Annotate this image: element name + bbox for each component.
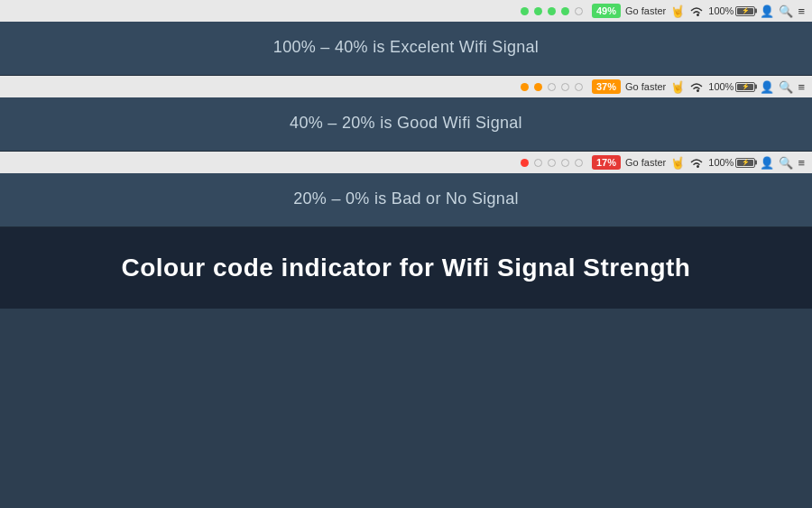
signal-dot [561, 159, 569, 167]
battery-display: 100% ⚡ [708, 81, 755, 92]
hand-icon: 🤘 [670, 156, 685, 170]
list-icon: ≡ [798, 5, 805, 18]
user-icon: 👤 [760, 156, 774, 170]
section-description: 100% – 40% is Excelent Wifi Signal [273, 38, 539, 56]
menu-bar: 49% Go faster 🤘 100% ⚡ 👤 🔍 ≡ [0, 0, 812, 22]
badge-value: 37% [596, 81, 616, 92]
list-icon: ≡ [798, 156, 805, 170]
badge-value: 49% [596, 5, 616, 16]
search-icon: 🔍 [779, 80, 793, 94]
signal-dot [548, 83, 556, 91]
battery-percent: 100% [708, 157, 734, 168]
dots-container [521, 7, 586, 15]
speed-badge[interactable]: 37% [592, 79, 621, 94]
search-icon: 🔍 [779, 156, 793, 170]
menu-bar: 37% Go faster 🤘 100% ⚡ 👤 🔍 ≡ [0, 76, 812, 97]
go-faster-label: Go faster [625, 5, 666, 16]
go-faster-label: Go faster [625, 81, 666, 92]
battery-percent: 100% [708, 81, 734, 92]
menu-bar: 17% Go faster 🤘 100% ⚡ 👤 🔍 ≡ [0, 152, 812, 173]
battery-icon: ⚡ [735, 158, 755, 168]
signal-dot [575, 83, 583, 91]
dots-container [521, 159, 586, 167]
footer-title: Colour code indicator for Wifi Signal St… [122, 254, 691, 282]
hand-icon: 🤘 [670, 80, 685, 94]
battery-display: 100% ⚡ [708, 5, 755, 16]
wifi-icon [689, 157, 704, 169]
section-content: 100% – 40% is Excelent Wifi Signal [0, 22, 812, 75]
signal-dot [575, 159, 583, 167]
battery-icon: ⚡ [735, 6, 755, 16]
signal-dot [561, 83, 569, 91]
wifi-section-1: 49% Go faster 🤘 100% ⚡ 👤 🔍 ≡ 100% – 40% … [0, 0, 812, 76]
battery-icon: ⚡ [735, 82, 755, 92]
section-description: 40% – 20% is Good Wifi Signal [290, 114, 522, 132]
section-content: 20% – 0% is Bad or No Signal [0, 173, 812, 226]
user-icon: 👤 [760, 80, 774, 94]
wifi-icon [689, 5, 704, 17]
wifi-section-2: 37% Go faster 🤘 100% ⚡ 👤 🔍 ≡ 40% – 20% i… [0, 76, 812, 152]
signal-dot [534, 7, 542, 15]
list-icon: ≡ [798, 80, 805, 94]
signal-dot [548, 159, 556, 167]
speed-badge[interactable]: 17% [592, 155, 621, 170]
signal-dot [548, 7, 556, 15]
signal-dot [521, 159, 529, 167]
user-icon: 👤 [760, 5, 774, 18]
signal-dot [575, 7, 583, 15]
footer: Colour code indicator for Wifi Signal St… [0, 227, 812, 309]
app-container: 49% Go faster 🤘 100% ⚡ 👤 🔍 ≡ 100% – 40% … [0, 0, 812, 309]
speed-badge[interactable]: 49% [592, 4, 621, 18]
signal-dot [534, 83, 542, 91]
signal-dot [534, 159, 542, 167]
signal-dot [561, 7, 569, 15]
search-icon: 🔍 [779, 5, 793, 18]
go-faster-label: Go faster [625, 157, 666, 168]
battery-percent: 100% [708, 5, 734, 16]
wifi-icon [689, 81, 704, 93]
badge-value: 17% [596, 157, 616, 168]
section-content: 40% – 20% is Good Wifi Signal [0, 97, 812, 151]
battery-display: 100% ⚡ [708, 157, 755, 168]
dots-container [521, 83, 586, 91]
hand-icon: 🤘 [670, 5, 685, 18]
signal-dot [521, 7, 529, 15]
signal-dot [521, 83, 529, 91]
wifi-section-3: 17% Go faster 🤘 100% ⚡ 👤 🔍 ≡ 20% – 0% is… [0, 152, 812, 227]
section-description: 20% – 0% is Bad or No Signal [293, 189, 519, 208]
